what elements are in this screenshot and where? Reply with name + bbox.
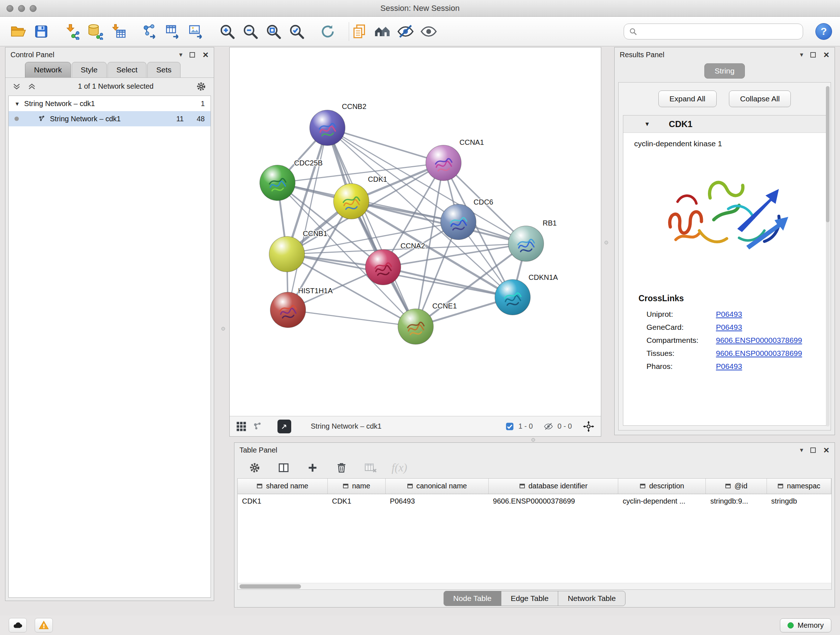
toolbar-search[interactable] (624, 24, 803, 40)
tab-node-table[interactable]: Node Table (444, 591, 501, 606)
table-settings-button[interactable] (247, 460, 263, 476)
table-cell[interactable]: CDK1 (238, 494, 327, 507)
pan-crosshair-icon[interactable] (583, 421, 594, 432)
crosslink-value-link[interactable]: 9606.ENSP00000378699 (716, 349, 802, 358)
save-session-button[interactable] (31, 21, 51, 42)
edge-count: 48 (189, 115, 205, 123)
cloud-button[interactable] (9, 618, 27, 632)
close-window-button[interactable] (6, 5, 13, 12)
warnings-button[interactable] (35, 618, 53, 632)
horizontal-splitter-handle[interactable] (531, 438, 535, 442)
disclosure-triangle-icon[interactable]: ▼ (644, 121, 650, 127)
zoom-in-button[interactable] (217, 21, 237, 42)
hide-selected-button[interactable] (395, 21, 416, 42)
column-header-namespac[interactable]: namespac (767, 478, 831, 494)
create-column-button[interactable] (305, 460, 321, 476)
float-panel-icon[interactable]: ▾ (800, 447, 803, 453)
table-cell[interactable]: P06493 (385, 494, 488, 507)
tab-network-table[interactable]: Network Table (558, 591, 625, 606)
zoom-fit-content-button[interactable] (264, 21, 284, 42)
float-panel-icon[interactable]: ▾ (800, 51, 803, 58)
column-header-description[interactable]: description (618, 478, 706, 494)
network-canvas[interactable]: CCNB2CCNA1CDC25BCDK1CDC6RB1CCNB1CCNA2CDK… (230, 48, 601, 416)
column-header-shared-name[interactable]: shared name (238, 478, 327, 494)
disclosure-triangle-icon[interactable]: ▼ (14, 101, 20, 107)
maximize-panel-icon[interactable] (189, 52, 195, 57)
maximize-panel-icon[interactable] (810, 448, 816, 453)
expand-all-icon[interactable] (28, 82, 36, 90)
network-node-CCNB1[interactable]: CCNB1 (269, 230, 327, 272)
column-header--id[interactable]: @id (706, 478, 767, 494)
table-cell[interactable]: cyclin-dependent ... (618, 494, 706, 507)
search-input[interactable] (640, 27, 798, 35)
gear-icon[interactable] (196, 81, 207, 92)
network-edge-CCNB2-CCNA1[interactable] (327, 128, 444, 163)
close-panel-icon[interactable]: ✕ (202, 51, 209, 59)
float-panel-icon[interactable]: ▾ (179, 51, 182, 58)
tab-string[interactable]: String (704, 63, 745, 79)
show-columns-button[interactable] (276, 460, 292, 476)
refresh-view-button[interactable] (317, 21, 338, 42)
horizontal-scrollbar[interactable] (238, 583, 831, 589)
show-all-button[interactable] (418, 21, 439, 42)
collapse-all-icon[interactable] (13, 82, 21, 90)
tab-edge-table[interactable]: Edge Table (501, 591, 559, 606)
zoom-selected-button[interactable] (286, 21, 307, 42)
network-node-CCNA1[interactable]: CCNA1 (426, 138, 484, 181)
collapse-all-button[interactable]: Collapse All (729, 90, 791, 107)
table-cell[interactable]: stringdb (767, 494, 831, 507)
table-cell[interactable]: stringdb:9... (706, 494, 767, 507)
close-panel-icon[interactable]: ✕ (823, 447, 829, 454)
tab-network[interactable]: Network (25, 62, 71, 78)
accordion-header[interactable]: ▼ CDK1 (623, 116, 826, 133)
vertical-splitter-handle[interactable] (221, 327, 225, 331)
column-header-database-identifier[interactable]: database identifier (488, 478, 618, 494)
grid-view-icon[interactable] (236, 421, 246, 432)
network-row[interactable]: String Network – cdk1 11 48 (9, 111, 210, 126)
table-row[interactable]: CDK1CDK1P064939606.ENSP00000378699cyclin… (238, 494, 831, 507)
network-node-CDKN1A[interactable]: CDKN1A (495, 273, 558, 315)
maximize-panel-icon[interactable] (810, 52, 816, 57)
birdseye-network-icon[interactable] (252, 421, 262, 432)
crosslink-value-link[interactable]: P06493 (716, 323, 742, 332)
crosslink-value-link[interactable]: P06493 (716, 310, 742, 318)
scrollbar-thumb[interactable] (240, 584, 301, 589)
import-network-from-file-button[interactable] (62, 21, 82, 42)
tab-sets[interactable]: Sets (147, 62, 180, 78)
expand-all-button[interactable]: Expand All (658, 90, 717, 107)
column-header-name[interactable]: name (327, 478, 385, 494)
crosslink-value-link[interactable]: P06493 (716, 362, 742, 371)
network-node-RB1[interactable]: RB1 (508, 219, 557, 261)
network-edge-CCNE1-HIST1H1A[interactable] (288, 310, 416, 326)
network-edge-CCNA2-CDKN1A[interactable] (383, 267, 513, 297)
table-cell[interactable]: CDK1 (327, 494, 385, 507)
tab-style[interactable]: Style (72, 62, 107, 78)
export-table-button[interactable] (163, 21, 183, 42)
delete-column-button[interactable] (333, 460, 349, 476)
tab-select[interactable]: Select (107, 62, 147, 78)
import-table-from-file-button[interactable] (109, 21, 129, 42)
network-edge-CCNB2-CCNE1[interactable] (327, 128, 416, 326)
network-node-CCNB2[interactable]: CCNB2 (309, 103, 366, 146)
crosslink-value-link[interactable]: 9606.ENSP00000378699 (716, 336, 802, 345)
column-header-canonical-name[interactable]: canonical name (385, 478, 488, 494)
export-network-button[interactable] (140, 21, 160, 42)
detach-view-button[interactable] (278, 420, 291, 433)
close-panel-icon[interactable]: ✕ (823, 51, 829, 59)
annotation-button[interactable] (349, 21, 369, 42)
results-scrollbar[interactable] (826, 86, 829, 426)
network-node-CDK1[interactable]: CDK1 (333, 175, 387, 219)
first-neighbors-button[interactable] (372, 21, 393, 42)
zoom-window-button[interactable] (30, 5, 36, 12)
network-node-HIST1H1A[interactable]: HIST1H1A (270, 287, 333, 328)
minimize-window-button[interactable] (18, 5, 25, 12)
help-button[interactable]: ? (815, 23, 832, 40)
memory-button[interactable]: Memory (780, 618, 831, 632)
open-session-button[interactable] (8, 21, 28, 42)
zoom-out-button[interactable] (240, 21, 261, 42)
network-collection-row[interactable]: ▼ String Network – cdk1 1 (9, 96, 210, 111)
vertical-splitter-handle[interactable] (605, 241, 608, 244)
table-cell[interactable]: 9606.ENSP00000378699 (488, 494, 618, 507)
import-network-from-database-button[interactable] (85, 21, 106, 42)
export-image-button[interactable] (186, 21, 206, 42)
